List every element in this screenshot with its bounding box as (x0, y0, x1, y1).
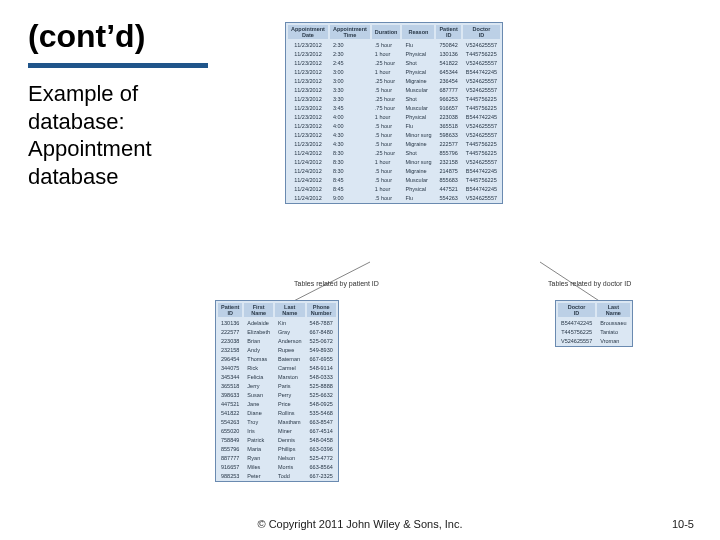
table-cell: Anderson (275, 337, 305, 344)
table-cell: Migraine (402, 77, 434, 84)
column-header: DoctorID (463, 25, 500, 39)
table-cell: Price (275, 400, 305, 407)
table-row: 11/24/20128:30.25 hourShot855796T4457562… (288, 149, 500, 156)
table-cell: 11/23/2012 (288, 86, 328, 93)
table-cell: 548-0333 (307, 373, 336, 380)
table-cell: 130136 (218, 319, 242, 326)
table-cell: Mastham (275, 418, 305, 425)
table-cell: Miles (244, 463, 273, 470)
table-cell: Rick (244, 364, 273, 371)
table-cell: .5 hour (372, 194, 401, 201)
table-cell: 365518 (218, 382, 242, 389)
table-cell: B544742245 (463, 167, 500, 174)
table-cell: Troy (244, 418, 273, 425)
table-cell: 548-7887 (307, 319, 336, 326)
table-cell: 11/24/2012 (288, 158, 328, 165)
table-cell: Flu (402, 194, 434, 201)
table-cell: Adelaide (244, 319, 273, 326)
table-cell: Elizabeth (244, 328, 273, 335)
column-header: LastName (597, 303, 629, 317)
table-cell: Felicia (244, 373, 273, 380)
table-cell: 3:00 (330, 77, 370, 84)
table-cell: 11/23/2012 (288, 131, 328, 138)
column-header: PatientID (218, 303, 242, 317)
table-cell: T445756225 (558, 328, 595, 335)
table-cell: 663-0396 (307, 445, 336, 452)
table-row: 11/24/20128:45.5 hourMuscular855683T4457… (288, 176, 500, 183)
table-cell: .5 hour (372, 131, 401, 138)
table-cell: 344075 (218, 364, 242, 371)
table-cell: 598633 (436, 131, 460, 138)
table-cell: Vroman (597, 337, 629, 344)
table-cell: 1 hour (372, 158, 401, 165)
table-cell: 1 hour (372, 50, 401, 57)
table-row: 130136AdelaideKin548-7887 (218, 319, 336, 326)
table-cell: 8:30 (330, 167, 370, 174)
table-cell: Taniato (597, 328, 629, 335)
table-cell: 2:30 (330, 50, 370, 57)
table-row: 988253PeterTodd667-2325 (218, 472, 336, 479)
table-cell: V524625557 (463, 158, 500, 165)
table-cell: 11/24/2012 (288, 176, 328, 183)
table-cell: 11/23/2012 (288, 59, 328, 66)
patient-link-label: Tables related by patient ID (294, 280, 379, 287)
table-row: 11/23/20122:30.5 hourFlu750842V524625557 (288, 41, 500, 48)
table-cell: T445756225 (463, 176, 500, 183)
table-cell: Muscular (402, 176, 434, 183)
table-cell: Nelson (275, 454, 305, 461)
table-cell: 855796 (436, 149, 460, 156)
table-row: 11/23/20123:30.5 hourMuscular687777V5246… (288, 86, 500, 93)
table-cell: T445756225 (463, 149, 500, 156)
table-cell: .5 hour (372, 86, 401, 93)
doctor-link-label: Tables related by doctor ID (548, 280, 631, 287)
table-cell: 541822 (218, 409, 242, 416)
table-cell: 222577 (436, 140, 460, 147)
table-cell: Perry (275, 391, 305, 398)
table-cell: 655020 (218, 427, 242, 434)
table-row: T445756225Taniato (558, 328, 630, 335)
table-cell: 525-4772 (307, 454, 336, 461)
table-cell: 11/24/2012 (288, 185, 328, 192)
table-cell: Minor surg (402, 131, 434, 138)
table-cell: 916657 (436, 104, 460, 111)
table-row: 11/23/20124:30.5 hourMinor surg598633V52… (288, 131, 500, 138)
appointments-table: AppointmentDateAppointmentTimeDurationRe… (285, 22, 503, 204)
table-cell: 4:30 (330, 131, 370, 138)
table-cell: V524625557 (463, 86, 500, 93)
table-cell: Diane (244, 409, 273, 416)
table-cell: 398633 (218, 391, 242, 398)
column-header: Duration (372, 25, 401, 39)
table-cell: 2:45 (330, 59, 370, 66)
table-cell: Susan (244, 391, 273, 398)
table-cell: Shot (402, 95, 434, 102)
table-cell: 541822 (436, 59, 460, 66)
doctors-table: DoctorIDLastName B544742245BroussaeuT445… (555, 300, 633, 347)
table-cell: 11/24/2012 (288, 194, 328, 201)
table-cell: 345344 (218, 373, 242, 380)
patients-table: PatientIDFirstNameLastNamePhoneNumber 13… (215, 300, 339, 482)
table-cell: 3:30 (330, 86, 370, 93)
table-cell: Peter (244, 472, 273, 479)
table-cell: .5 hour (372, 122, 401, 129)
table-cell: 1 hour (372, 185, 401, 192)
table-cell: 214875 (436, 167, 460, 174)
table-cell: V524625557 (463, 41, 500, 48)
table-cell: Muscular (402, 86, 434, 93)
table-cell: Gray (275, 328, 305, 335)
table-cell: 855796 (218, 445, 242, 452)
table-cell: 525-6632 (307, 391, 336, 398)
table-cell: 223038 (436, 113, 460, 120)
table-row: 345344FeliciaMarston548-0333 (218, 373, 336, 380)
table-cell: Patrick (244, 436, 273, 443)
table-cell: Migraine (402, 167, 434, 174)
table-cell: Carmel (275, 364, 305, 371)
table-row: 11/23/20124:30.5 hourMigraine222577T4457… (288, 140, 500, 147)
column-header: LastName (275, 303, 305, 317)
table-cell: Maria (244, 445, 273, 452)
table-cell: 4:30 (330, 140, 370, 147)
table-cell: 750842 (436, 41, 460, 48)
footer-page-number: 10-5 (672, 518, 694, 530)
table-row: 223038BrianAnderson525-0672 (218, 337, 336, 344)
table-row: 232158AndyRupee549-8930 (218, 346, 336, 353)
table-cell: 11/23/2012 (288, 140, 328, 147)
